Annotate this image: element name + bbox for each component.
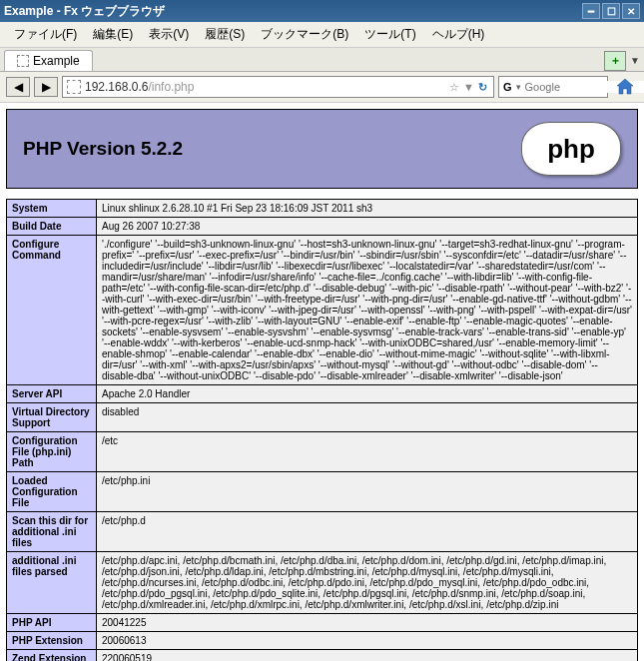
new-tab-button[interactable]: ＋: [604, 51, 626, 71]
cell-key: Scan this dir for additional .ini files: [7, 512, 97, 552]
search-engine-icon[interactable]: G: [503, 81, 512, 93]
maximize-button[interactable]: ☐: [602, 3, 620, 19]
close-button[interactable]: ✕: [622, 3, 640, 19]
site-identity-icon[interactable]: [67, 80, 81, 94]
cell-key: additional .ini files parsed: [7, 552, 97, 614]
cell-key: PHP API: [7, 614, 97, 632]
table-row: Scan this dir for additional .ini files …: [7, 512, 638, 552]
cell-key: System: [7, 200, 97, 218]
cell-key: Build Date: [7, 218, 97, 236]
url-path: /info.php: [148, 80, 194, 94]
minimize-button[interactable]: ━: [582, 3, 600, 19]
menu-help[interactable]: ヘルプ(H): [424, 24, 493, 45]
phpinfo-title: PHP Version 5.2.2: [23, 138, 521, 160]
cell-value: disabled: [97, 403, 638, 432]
cell-value: './configure' '--build=sh3-unknown-linux…: [97, 236, 638, 385]
forward-button[interactable]: ▶: [34, 77, 58, 97]
menu-file[interactable]: ファイル(F): [6, 24, 85, 45]
table-row: PHP Extension 20060613: [7, 632, 638, 650]
url-dropdown-icon[interactable]: ▼: [463, 81, 474, 93]
url-host: 192.168.0.6: [85, 80, 148, 94]
menu-edit[interactable]: 編集(E): [85, 24, 141, 45]
url-bar[interactable]: 192.168.0.6/info.php ☆ ▼ ↻: [62, 76, 494, 98]
table-row: System Linux shlinux 2.6.28.10 #1 Fri Se…: [7, 200, 638, 218]
navigation-toolbar: ◀ ▶ 192.168.0.6/info.php ☆ ▼ ↻ G ▾: [0, 72, 644, 103]
url-text[interactable]: 192.168.0.6/info.php: [81, 80, 447, 94]
page-content: PHP Version 5.2.2 php System Linux shlin…: [0, 103, 644, 661]
table-row: Build Date Aug 26 2007 10:27:38: [7, 218, 638, 236]
tab-favicon-icon: [17, 55, 29, 67]
search-engine-dropdown-icon[interactable]: ▾: [516, 82, 521, 92]
cell-value: 20041225: [97, 614, 638, 632]
menu-tools[interactable]: ツール(T): [356, 24, 423, 45]
reload-button[interactable]: ↻: [478, 81, 487, 94]
cell-value: Apache 2.0 Handler: [97, 385, 638, 403]
cell-value: 220060519: [97, 650, 638, 662]
table-row: PHP API 20041225: [7, 614, 638, 632]
phpinfo-table: System Linux shlinux 2.6.28.10 #1 Fri Se…: [6, 199, 638, 661]
cell-key: Configuration File (php.ini) Path: [7, 432, 97, 472]
table-row: additional .ini files parsed /etc/php.d/…: [7, 552, 638, 614]
tab-list-dropdown[interactable]: ▼: [630, 55, 640, 66]
table-row: Loaded Configuration File /etc/php.ini: [7, 472, 638, 512]
cell-key: PHP Extension: [7, 632, 97, 650]
back-button[interactable]: ◀: [6, 77, 30, 97]
table-row: Configuration File (php.ini) Path /etc: [7, 432, 638, 472]
cell-key: Zend Extension: [7, 650, 97, 662]
cell-key: Server API: [7, 385, 97, 403]
table-row: Virtual Directory Support disabled: [7, 403, 638, 432]
cell-value: Linux shlinux 2.6.28.10 #1 Fri Sep 23 18…: [97, 200, 638, 218]
bookmark-star-icon[interactable]: ☆: [449, 81, 459, 94]
menu-bookmarks[interactable]: ブックマーク(B): [253, 24, 356, 45]
tab-label: Example: [33, 54, 80, 68]
cell-key: Configure Command: [7, 236, 97, 385]
cell-key: Virtual Directory Support: [7, 403, 97, 432]
table-row: Server API Apache 2.0 Handler: [7, 385, 638, 403]
window-titlebar: Example - Fx ウェブブラウザ ━ ☐ ✕: [0, 0, 644, 22]
tabbar: Example ＋ ▼: [0, 48, 644, 72]
menu-history[interactable]: 履歴(S): [197, 24, 253, 45]
menubar: ファイル(F) 編集(E) 表示(V) 履歴(S) ブックマーク(B) ツール(…: [0, 22, 644, 48]
home-icon: [615, 77, 635, 97]
cell-value: /etc/php.ini: [97, 472, 638, 512]
table-row: Zend Extension 220060519: [7, 650, 638, 662]
table-row: Configure Command './configure' '--build…: [7, 236, 638, 385]
cell-value: /etc/php.d/apc.ini, /etc/php.d/bcmath.in…: [97, 552, 638, 614]
cell-value: 20060613: [97, 632, 638, 650]
php-logo: php: [521, 122, 621, 176]
tab-active[interactable]: Example: [4, 50, 93, 71]
cell-value: /etc: [97, 432, 638, 472]
window-title: Example - Fx ウェブブラウザ: [4, 3, 165, 20]
cell-key: Loaded Configuration File: [7, 472, 97, 512]
search-box[interactable]: G ▾: [498, 76, 608, 98]
cell-value: Aug 26 2007 10:27:38: [97, 218, 638, 236]
menu-view[interactable]: 表示(V): [141, 24, 197, 45]
home-button[interactable]: [612, 76, 638, 98]
cell-value: /etc/php.d: [97, 512, 638, 552]
phpinfo-header: PHP Version 5.2.2 php: [6, 109, 638, 189]
